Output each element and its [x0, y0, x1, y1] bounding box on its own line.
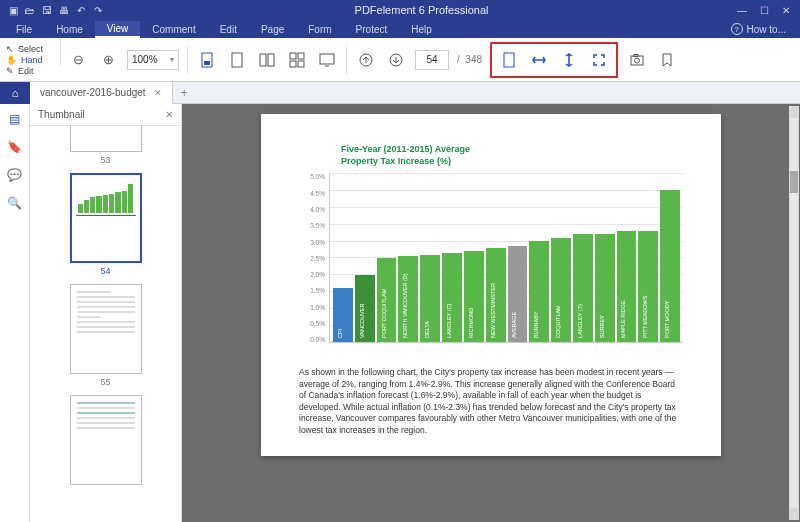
svg-rect-6	[298, 53, 304, 59]
document-viewport[interactable]: Five-Year (2011-2015) Average Property T…	[182, 104, 800, 522]
page-preview	[72, 175, 140, 261]
app-title: PDFelement 6 Professional	[111, 4, 732, 16]
chart-bar: MAPLE RIDGE	[617, 231, 637, 343]
chart-bar: RICHMOND	[464, 251, 484, 342]
open-icon[interactable]: 🗁	[23, 3, 37, 17]
menu-protect[interactable]: Protect	[344, 22, 400, 37]
menu-file[interactable]: File	[4, 22, 44, 37]
edit-icon: ✎	[6, 66, 14, 76]
prev-page-button[interactable]	[355, 49, 377, 71]
chart-bar: DELTA	[420, 255, 440, 343]
chart-bar: COQUITLAM	[551, 238, 571, 343]
view-toolbar: ↖Select ✋Hand ✎Edit ⊖ ⊕ 100% ▾	[0, 38, 800, 82]
thumbnail-53[interactable]: 53	[70, 126, 142, 165]
zoom-level-select[interactable]: 100% ▾	[127, 50, 179, 70]
comment-panel-icon[interactable]: 💬	[7, 168, 22, 182]
snapshot-icon[interactable]	[626, 49, 648, 71]
print-icon[interactable]: 🖶	[57, 3, 71, 17]
vertical-scrollbar[interactable]	[789, 106, 799, 520]
close-panel-icon[interactable]: ✕	[165, 109, 173, 120]
thumbnail-header: Thumbnail ✕	[30, 104, 181, 126]
menu-form[interactable]: Form	[296, 22, 343, 37]
thumbnail-panel-icon[interactable]: ▤	[9, 112, 20, 126]
scroll-handle[interactable]	[790, 171, 798, 193]
zoom-out-button[interactable]: ⊖	[67, 49, 89, 71]
undo-icon[interactable]: ↶	[74, 3, 88, 17]
svg-rect-3	[260, 54, 266, 66]
pointer-tools: ↖Select ✋Hand ✎Edit	[0, 38, 60, 81]
bookmark-panel-icon[interactable]: 🔖	[7, 140, 22, 154]
add-tab-button[interactable]: +	[173, 86, 196, 100]
page-number-input[interactable]: 54	[415, 50, 449, 70]
document-tabs: ⌂ vancouver-2016-budget ✕ +	[0, 82, 800, 104]
menu-help[interactable]: Help	[399, 22, 444, 37]
chart-bar: LANGLEY (C)	[442, 253, 462, 343]
edit-tool[interactable]: ✎Edit	[6, 66, 60, 76]
title-bar: ▣ 🗁 🖫 🖶 ↶ ↷ PDFelement 6 Professional — …	[0, 0, 800, 20]
chart-bar: NORTH VANCOUVER (D)	[398, 256, 418, 342]
fit-page-icon[interactable]	[588, 49, 610, 71]
close-button[interactable]: ✕	[776, 3, 796, 17]
search-panel-icon[interactable]: 🔍	[7, 196, 22, 210]
select-tool[interactable]: ↖Select	[6, 44, 60, 54]
maximize-button[interactable]: ☐	[754, 3, 774, 17]
svg-rect-2	[232, 53, 242, 67]
document-tab[interactable]: vancouver-2016-budget ✕	[30, 82, 173, 104]
svg-rect-14	[631, 56, 643, 65]
page-preview	[71, 126, 141, 151]
fit-tools-highlight	[490, 42, 618, 78]
menu-bar: File Home View Comment Edit Page Form Pr…	[0, 20, 800, 38]
svg-rect-5	[290, 53, 296, 59]
home-tab[interactable]: ⌂	[0, 82, 30, 104]
page-total: / 348	[457, 54, 482, 65]
svg-rect-9	[320, 54, 334, 64]
menu-view[interactable]: View	[95, 21, 141, 38]
chart-bar: PORT COQUITLAM	[377, 258, 397, 343]
document-page: Five-Year (2011-2015) Average Property T…	[261, 114, 721, 456]
thumbnail-55[interactable]: 55	[70, 284, 142, 387]
chart-bar: SURREY	[595, 234, 615, 342]
chevron-down-icon: ▾	[170, 55, 174, 64]
fit-width-icon[interactable]	[528, 49, 550, 71]
separator	[187, 46, 188, 74]
chart-bar: BURNABY	[529, 241, 549, 342]
zoom-in-button[interactable]: ⊕	[97, 49, 119, 71]
thumbnail-56[interactable]	[70, 395, 142, 485]
cursor-icon: ↖	[6, 44, 14, 54]
facing-page-icon[interactable]	[256, 49, 278, 71]
bar-chart: 5.0%4.5%4.0%3.5%3.0%2.5%2.0%1.5%1.0%0.5%…	[299, 173, 683, 343]
hand-icon: ✋	[6, 55, 17, 65]
quick-access-toolbar: ▣ 🗁 🖫 🖶 ↶ ↷	[0, 3, 111, 17]
how-to-link[interactable]: ? How to...	[731, 23, 786, 35]
bookmark-icon[interactable]	[656, 49, 678, 71]
chart-title: Five-Year (2011-2015) Average Property T…	[341, 144, 683, 167]
chart-bar: VANCOUVER	[355, 275, 375, 343]
fit-height-icon[interactable]	[558, 49, 580, 71]
save-icon[interactable]: 🖫	[40, 3, 54, 17]
chart-y-axis: 5.0%4.5%4.0%3.5%3.0%2.5%2.0%1.5%1.0%0.5%…	[299, 173, 329, 343]
svg-rect-7	[290, 61, 296, 67]
next-page-button[interactable]	[385, 49, 407, 71]
svg-point-15	[635, 58, 640, 63]
continuous-facing-icon[interactable]	[286, 49, 308, 71]
svg-rect-13	[504, 53, 514, 67]
single-page-icon[interactable]	[196, 49, 218, 71]
menu-page[interactable]: Page	[249, 22, 296, 37]
zoom-value: 100%	[132, 54, 158, 65]
svg-rect-4	[268, 54, 274, 66]
fullscreen-icon[interactable]	[316, 49, 338, 71]
redo-icon[interactable]: ↷	[91, 3, 105, 17]
close-tab-icon[interactable]: ✕	[154, 88, 162, 98]
menu-home[interactable]: Home	[44, 22, 95, 37]
menu-edit[interactable]: Edit	[208, 22, 249, 37]
continuous-page-icon[interactable]	[226, 49, 248, 71]
workspace: ▤ 🔖 💬 🔍 Thumbnail ✕ 53 54	[0, 104, 800, 522]
help-icon: ?	[731, 23, 743, 35]
menu-comment[interactable]: Comment	[140, 22, 207, 37]
hand-tool[interactable]: ✋Hand	[6, 55, 60, 65]
thumbnail-54[interactable]: 54	[70, 173, 142, 276]
svg-rect-8	[298, 61, 304, 67]
actual-size-icon[interactable]	[498, 49, 520, 71]
minimize-button[interactable]: —	[732, 3, 752, 17]
how-to-label: How to...	[747, 24, 786, 35]
